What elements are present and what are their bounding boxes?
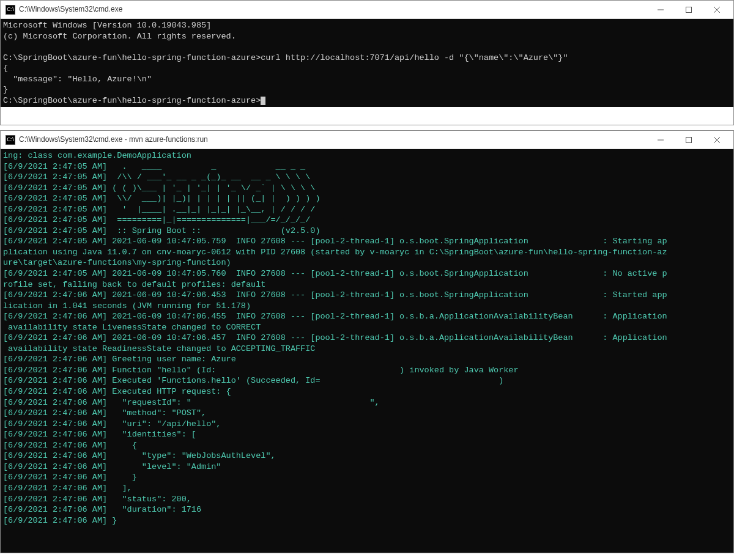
timestamp: [6/9/2021 2:47:05 AM] — [3, 237, 112, 246]
log-cont: ure\target\azure-functions\my-spring-fun… — [3, 258, 231, 267]
maximize-button[interactable] — [675, 131, 703, 149]
timestamp: [6/9/2021 2:47:05 AM] — [3, 183, 112, 193]
log: } — [112, 473, 137, 482]
log: } — [112, 516, 117, 525]
svg-rect-5 — [686, 137, 692, 142]
timestamp: [6/9/2021 2:47:06 AM] — [3, 451, 112, 460]
ascii-art: =========|_|==============|___/=/_/_/_/ — [112, 215, 310, 224]
close-button[interactable] — [703, 131, 731, 149]
ascii-art: . ____ _ __ _ _ — [112, 162, 305, 171]
log-cont: availability state LivenessState changed… — [3, 323, 261, 332]
log: "level": "Admin" — [112, 462, 221, 471]
log-cont: lication in 1.041 seconds (JVM running f… — [3, 301, 251, 311]
terminal-output[interactable]: ing: class com.example.DemoApplication [… — [1, 149, 733, 553]
prompt: C:\SpringBoot\azure-fun\hello-spring-fun… — [3, 96, 261, 105]
log: 2021-06-09 10:47:06.455 INFO 27608 --- [… — [112, 312, 667, 321]
line: } — [3, 85, 8, 94]
timestamp: [6/9/2021 2:47:06 AM] — [3, 312, 112, 321]
log: "method": "POST", — [112, 408, 206, 418]
timestamp: [6/9/2021 2:47:06 AM] — [3, 516, 112, 525]
timestamp: [6/9/2021 2:47:06 AM] — [3, 473, 112, 482]
close-button[interactable] — [703, 1, 731, 18]
line: C:\SpringBoot\azure-fun\hello-spring-fun… — [3, 53, 568, 62]
log: "status": 200, — [112, 495, 191, 504]
log-cont: plication using Java 11.0.7 on cnv-moary… — [3, 248, 667, 257]
timestamp: [6/9/2021 2:47:05 AM] — [3, 172, 112, 182]
log: Greeting user name: Azure — [112, 355, 236, 364]
line: ing: class com.example.DemoApplication — [3, 151, 191, 160]
cmd-icon: C:\ — [6, 135, 15, 145]
log: "type": "WebJobsAuthLevel", — [112, 451, 275, 460]
log: "uri": "/api/hello", — [112, 419, 221, 429]
timestamp: [6/9/2021 2:47:05 AM] — [3, 194, 112, 203]
timestamp: [6/9/2021 2:47:06 AM] — [3, 441, 112, 450]
window-title: C:\Windows\System32\cmd.exe - mvn azure-… — [19, 135, 647, 145]
maximize-button[interactable] — [675, 1, 703, 18]
line: "message": "Hello, Azure!\n" — [3, 75, 152, 84]
log: Executed 'Functions.hello' (Succeeded, I… — [112, 376, 503, 385]
log: 2021-06-09 10:47:06.457 INFO 27608 --- [… — [112, 333, 667, 342]
log: ], — [112, 484, 132, 493]
ascii-art: ( ( )\___ | '_ | '_| | '_ \/ _` | \ \ \ … — [112, 183, 315, 193]
line: Microsoft Windows [Version 10.0.19043.98… — [3, 21, 211, 30]
title-bar[interactable]: C:\ C:\Windows\System32\cmd.exe — [1, 1, 733, 19]
title-bar[interactable]: C:\ C:\Windows\System32\cmd.exe - mvn az… — [1, 131, 733, 149]
timestamp: [6/9/2021 2:47:06 AM] — [3, 505, 112, 514]
ascii-art: /\\ / ___'_ __ _ _(_)_ __ __ _ \ \ \ \ — [112, 172, 310, 182]
timestamp: [6/9/2021 2:47:06 AM] — [3, 430, 112, 439]
log: "identities": [ — [112, 430, 196, 439]
terminal-output[interactable]: Microsoft Windows [Version 10.0.19043.98… — [1, 19, 733, 107]
log-cont: rofile set, falling back to default prof… — [3, 280, 265, 289]
log: Function "hello" (Id: ) invoked by Java … — [112, 366, 518, 375]
timestamp: [6/9/2021 2:47:06 AM] — [3, 398, 112, 407]
timestamp: [6/9/2021 2:47:06 AM] — [3, 462, 112, 471]
log: "duration": 1716 — [112, 505, 201, 514]
ascii-art: \\/ ___)| |_)| | | | | || (_| | ) ) ) ) — [112, 194, 320, 203]
timestamp: [6/9/2021 2:47:05 AM] — [3, 226, 112, 235]
cmd-icon: C:\ — [6, 5, 15, 15]
timestamp: [6/9/2021 2:47:05 AM] — [3, 162, 112, 171]
cmd-window-bottom: C:\ C:\Windows\System32\cmd.exe - mvn az… — [0, 130, 734, 553]
minimize-button[interactable] — [647, 131, 675, 149]
timestamp: [6/9/2021 2:47:06 AM] — [3, 355, 112, 364]
log: { — [112, 441, 137, 450]
timestamp: [6/9/2021 2:47:06 AM] — [3, 290, 112, 300]
timestamp: [6/9/2021 2:47:06 AM] — [3, 484, 112, 493]
timestamp: [6/9/2021 2:47:06 AM] — [3, 376, 112, 385]
line: (c) Microsoft Corporation. All rights re… — [3, 32, 236, 41]
timestamp: [6/9/2021 2:47:05 AM] — [3, 205, 112, 214]
timestamp: [6/9/2021 2:47:06 AM] — [3, 366, 112, 375]
log: Executed HTTP request: { — [112, 387, 231, 396]
log-cont: availability state ReadinessState change… — [3, 344, 315, 353]
svg-rect-1 — [686, 7, 692, 12]
window-controls — [647, 1, 731, 18]
timestamp: [6/9/2021 2:47:05 AM] — [3, 269, 112, 278]
cmd-window-top: C:\ C:\Windows\System32\cmd.exe Microsof… — [0, 0, 734, 125]
window-title: C:\Windows\System32\cmd.exe — [19, 5, 647, 15]
ascii-art: ' |____| .__|_| |_|_| |_\__, | / / / / — [112, 205, 315, 214]
timestamp: [6/9/2021 2:47:06 AM] — [3, 408, 112, 418]
spring-boot-version: :: Spring Boot :: (v2.5.0) — [112, 226, 320, 235]
window-controls — [647, 131, 731, 149]
timestamp: [6/9/2021 2:47:06 AM] — [3, 419, 112, 429]
cursor — [261, 97, 265, 105]
timestamp: [6/9/2021 2:47:06 AM] — [3, 387, 112, 396]
log: 2021-06-09 10:47:05.759 INFO 27608 --- [… — [112, 237, 667, 246]
timestamp: [6/9/2021 2:47:06 AM] — [3, 333, 112, 342]
timestamp: [6/9/2021 2:47:06 AM] — [3, 495, 112, 504]
log: 2021-06-09 10:47:06.453 INFO 27608 --- [… — [112, 290, 667, 300]
log: 2021-06-09 10:47:05.760 INFO 27608 --- [… — [112, 269, 667, 278]
minimize-button[interactable] — [647, 1, 675, 18]
log: "requestId": " ", — [112, 398, 379, 407]
timestamp: [6/9/2021 2:47:05 AM] — [3, 215, 112, 224]
line: { — [3, 64, 8, 73]
